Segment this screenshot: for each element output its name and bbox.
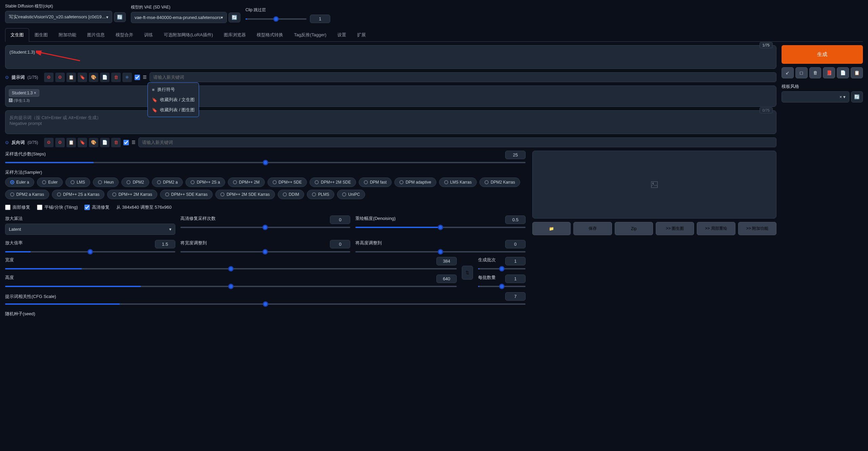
bookmark-icon[interactable]: 🔖 xyxy=(78,73,87,82)
denoise-slider[interactable] xyxy=(355,227,526,228)
sampler-dpm---2s-a[interactable]: DPM++ 2S a xyxy=(185,177,225,187)
batch-size-slider[interactable] xyxy=(478,286,526,287)
neg-tool-1[interactable]: ⚙ xyxy=(44,138,54,147)
cfg-value[interactable]: 7 xyxy=(505,292,526,301)
steps-slider[interactable] xyxy=(5,162,526,163)
sampler-dpm---2m-sde[interactable]: DPM++ 2M SDE xyxy=(310,177,356,187)
tab-8[interactable]: 模型格式转换 xyxy=(251,28,289,41)
action-btn-4[interactable]: 📄 xyxy=(837,67,849,78)
hires-steps-slider[interactable] xyxy=(180,227,351,228)
sampler-euler[interactable]: Euler xyxy=(37,177,63,187)
save-button[interactable]: 保存 xyxy=(573,222,612,235)
sampler-lms-karras[interactable]: LMS Karras xyxy=(439,177,477,187)
sampler-dpm-fast[interactable]: DPM fast xyxy=(359,177,392,187)
sampler-dpm---2m[interactable]: DPM++ 2M xyxy=(228,177,265,187)
denoise-value[interactable]: 0.5 xyxy=(505,215,526,224)
sampler-dpm---sde[interactable]: DPM++ SDE xyxy=(268,177,307,187)
upscale-by-slider[interactable] xyxy=(5,251,175,252)
action-btn-0[interactable]: ↙ xyxy=(782,67,794,78)
swap-dims-button[interactable]: ⇅ xyxy=(462,266,473,280)
resize-w-value[interactable]: 0 xyxy=(330,240,350,248)
send-img2img-button[interactable]: >> 图生图 xyxy=(656,222,694,235)
ckpt-select[interactable]: 写实\realisticVisionV20_v20.safetensors [c… xyxy=(5,11,112,23)
neg-tool-5[interactable]: 🎨 xyxy=(89,138,98,147)
open-folder-button[interactable]: 📁 xyxy=(532,222,571,235)
tab-3[interactable]: 图片信息 xyxy=(82,28,110,41)
neg-list-icon[interactable]: ☰ xyxy=(132,140,136,145)
list-icon[interactable]: ☰ xyxy=(143,75,147,80)
keyword-input[interactable] xyxy=(150,72,776,82)
sampler-heun[interactable]: Heun xyxy=(93,177,119,187)
copy-icon[interactable]: 📄 xyxy=(100,73,110,82)
trash-icon[interactable]: 🗑 xyxy=(111,73,121,82)
clip-slider[interactable] xyxy=(245,18,307,20)
batch-size-value[interactable]: 1 xyxy=(505,275,526,283)
hires-steps-value[interactable]: 0 xyxy=(330,215,350,224)
sampler-dpm---2m-sde-karras[interactable]: DPM++ 2M SDE Karras xyxy=(215,190,275,199)
batch-count-slider[interactable] xyxy=(478,268,526,269)
sampler-plms[interactable]: PLMS xyxy=(307,190,334,199)
batch-count-value[interactable]: 1 xyxy=(505,257,526,265)
refresh-styles-button[interactable]: 🔄 xyxy=(851,91,863,102)
tab-11[interactable]: 扩展 xyxy=(352,28,371,41)
prompt-textarea[interactable]: (Student:1.3) 1/75 xyxy=(5,45,776,69)
prompt-checkbox[interactable] xyxy=(135,75,140,80)
tool-icon-3[interactable]: 📋 xyxy=(66,73,76,82)
sampler-dpm2-karras[interactable]: DPM2 Karras xyxy=(479,177,520,187)
chevron-down-icon[interactable]: ⊙ xyxy=(5,140,9,145)
sampler-dpm2-a-karras[interactable]: DPM2 a Karras xyxy=(5,190,49,199)
neg-copy-icon[interactable]: 📄 xyxy=(100,138,110,147)
tab-1[interactable]: 图生图 xyxy=(29,28,53,41)
steps-value[interactable]: 25 xyxy=(505,151,526,159)
send-inpaint-button[interactable]: >> 局部重绘 xyxy=(697,222,735,235)
vae-select[interactable]: vae-ft-mse-840000-ema-pruned.safetensors… xyxy=(131,12,227,23)
sampler-dpm---2m-karras[interactable]: DPM++ 2M Karras xyxy=(107,190,157,199)
styles-select[interactable]: × ▾ xyxy=(782,91,849,102)
sampler-dpm---sde-karras[interactable]: DPM++ SDE Karras xyxy=(160,190,213,199)
generate-button[interactable]: 生成 xyxy=(782,45,863,64)
sampler-dpm-adaptive[interactable]: DPM adaptive xyxy=(394,177,436,187)
action-btn-2[interactable]: 🗑 xyxy=(809,67,822,78)
upscale-by-value[interactable]: 1.5 xyxy=(155,240,175,248)
tab-9[interactable]: Tag反推(Tagger) xyxy=(289,28,332,41)
neg-tool-2[interactable]: ⚙ xyxy=(55,138,65,147)
neg-bookmark-icon[interactable]: 🔖 xyxy=(78,138,87,147)
clip-value[interactable]: 1 xyxy=(310,15,330,23)
sampler-euler-a[interactable]: Euler a xyxy=(5,177,34,187)
tab-10[interactable]: 设置 xyxy=(332,28,352,41)
dropdown-fav-txt2img[interactable]: 🔖收藏列表 / 文生图 xyxy=(148,95,199,105)
neg-tool-3[interactable]: 📋 xyxy=(66,138,76,147)
refresh-vae-button[interactable]: 🔄 xyxy=(229,13,240,22)
negative-keyword-input[interactable] xyxy=(138,137,776,147)
action-btn-3[interactable]: 📕 xyxy=(823,67,835,78)
dropdown-fav-img2img[interactable]: 🔖收藏列表 / 图生图 xyxy=(148,105,199,115)
face-restore-checkbox[interactable]: 面部修复 xyxy=(5,204,30,210)
sampler-dpm---2s-a-karras[interactable]: DPM++ 2S a Karras xyxy=(52,190,104,199)
negative-checkbox[interactable] xyxy=(123,140,129,145)
chevron-down-icon[interactable]: ⊙ xyxy=(5,75,9,80)
width-value[interactable]: 384 xyxy=(436,257,457,265)
zip-button[interactable]: Zip xyxy=(615,222,653,235)
tag-close-icon[interactable]: × xyxy=(34,91,36,95)
tab-4[interactable]: 模型合并 xyxy=(110,28,139,41)
sampler-dpm2[interactable]: DPM2 xyxy=(121,177,149,187)
width-slider[interactable] xyxy=(5,268,457,269)
neg-trash-icon[interactable]: 🗑 xyxy=(111,138,121,147)
sampler-dpm2-a[interactable]: DPM2 a xyxy=(152,177,183,187)
tab-7[interactable]: 图库浏览器 xyxy=(218,28,251,41)
dropdown-newline[interactable]: ≡换行符号 xyxy=(148,84,199,95)
resize-w-slider[interactable] xyxy=(180,251,351,252)
tab-5[interactable]: 训练 xyxy=(139,28,158,41)
refresh-ckpt-button[interactable]: 🔄 xyxy=(114,12,126,22)
resize-h-value[interactable]: 0 xyxy=(505,240,526,248)
sampler-unipc[interactable]: UniPC xyxy=(337,190,365,199)
sampler-ddim[interactable]: DDIM xyxy=(278,190,304,199)
cfg-slider[interactable] xyxy=(5,303,526,305)
height-slider[interactable] xyxy=(5,286,457,287)
tool-icon-8[interactable]: ⚛ xyxy=(122,73,132,82)
height-value[interactable]: 640 xyxy=(436,275,457,283)
hires-checkbox[interactable]: 高清修复 xyxy=(84,204,110,210)
tab-2[interactable]: 附加功能 xyxy=(53,28,82,41)
sampler-lms[interactable]: LMS xyxy=(65,177,90,187)
prompt-tag[interactable]: Student:1.3 × xyxy=(9,89,39,97)
